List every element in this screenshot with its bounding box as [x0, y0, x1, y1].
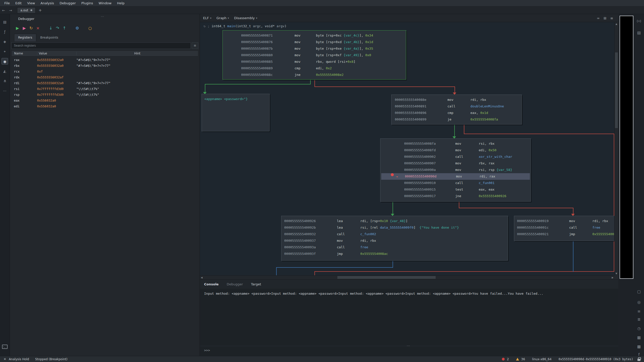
stack-icon[interactable]: ▤: [634, 31, 644, 35]
restart-button[interactable]: ↻: [28, 26, 35, 31]
instruction-line[interactable]: 0000555555400919movrdi, rbx: [514, 218, 614, 224]
instruction-line[interactable]: 0000555555400907movrbx, rax: [380, 160, 531, 167]
register-value[interactable]: 0x556032a0: [37, 99, 76, 102]
register-row-rsp[interactable]: rsp0x7fffffffd3d0"\\t5#\\t7%": [11, 92, 198, 98]
menu-plugins[interactable]: Plugins: [79, 0, 96, 6]
continue-until-button[interactable]: ▶: [21, 26, 28, 31]
menu-edit[interactable]: Edit: [13, 0, 24, 6]
console-prompt-row[interactable]: ⋯ >>>: [200, 346, 618, 356]
block-400871[interactable]: 0000555555400871movbyte [rsp+0xc {var_4c…: [222, 30, 406, 80]
scroll-down-icon[interactable]: ▼: [615, 272, 618, 275]
instruction-line[interactable]: 0000555555400896cmpeax, 0x1d: [392, 110, 522, 116]
seek-icon[interactable]: ⌖: [2, 48, 8, 55]
register-row-edi[interactable]: edi0x556032a0: [11, 103, 198, 109]
instruction-line[interactable]: 0000555555400910callc_fun001: [380, 180, 531, 186]
step-out-button[interactable]: ↑: [61, 26, 68, 31]
console-tab-console[interactable]: Console: [204, 282, 219, 286]
scroll-up-icon[interactable]: ▲: [615, 23, 618, 25]
instruction-line[interactable]: 0000555555400902callxor_str_with_char: [380, 154, 531, 160]
instruction-line[interactable]: 000055555540093fjmp0x5555554008ac: [281, 251, 508, 257]
register-row-rcx[interactable]: rcx0xf: [11, 69, 198, 74]
scroll-thumb[interactable]: [337, 276, 436, 279]
instruction-line[interactable]: 000055555540091ccallfree: [514, 224, 614, 231]
register-value[interactable]: 0x5555556032af: [37, 75, 76, 79]
instruction-line[interactable]: 0000555555400926leardi, [rsp+0x10 {var_4…: [281, 218, 508, 224]
console-output[interactable]: Input method: <appname> <password>Input …: [200, 289, 618, 346]
register-value[interactable]: 0x5555556032a0: [37, 81, 76, 85]
analysis-close-icon[interactable]: ✕: [4, 357, 6, 361]
layout-icon[interactable]: ⊞: [604, 16, 607, 20]
search-icon[interactable]: ◎: [634, 300, 644, 305]
splitter-handle[interactable]: ⋯: [101, 15, 105, 18]
instruction-line[interactable]: 00005555554008fdmovedi, 0x50: [380, 147, 531, 154]
instruction-line[interactable]: 000055555540087bmovbyte [rsp+0xe {var_4a…: [223, 45, 406, 52]
console-tab-target[interactable]: Target: [251, 282, 261, 286]
error-badge-icon[interactable]: [502, 358, 505, 360]
splitter-handle[interactable]: ⋯: [407, 344, 410, 348]
debugger-icon[interactable]: ◉: [2, 58, 8, 65]
tab-registers[interactable]: Registers: [14, 34, 36, 41]
analysis-icon[interactable]: ◭: [2, 68, 8, 74]
instruction-line[interactable]: 0000555555400885movrbx, qword [rsi+0x8]: [223, 58, 406, 65]
instruction-line[interactable]: 000055555540088emovrdi, rbx: [392, 97, 522, 103]
menu-file[interactable]: File: [2, 0, 13, 6]
column-header-hint[interactable]: Hint: [77, 52, 198, 55]
link-icon[interactable]: ∞: [597, 16, 600, 20]
write-lock-icon[interactable]: [637, 359, 640, 361]
tab-aout[interactable]: a.out: [17, 7, 36, 13]
instruction-line[interactable]: 0000555555400871movbyte [rsp+0xc {var_4c…: [223, 32, 406, 39]
console-prompt[interactable]: >>>: [204, 348, 210, 352]
instruction-line[interactable]: 00005555554008famovrsi, rbx: [380, 140, 531, 147]
register-value[interactable]: 0x556032a0: [37, 104, 76, 108]
instruction-line[interactable]: 0000555555400899je0x5555554008fa: [392, 116, 522, 123]
instruction-line[interactable]: 0000555555400932callc_fun002: [281, 231, 508, 237]
register-row-rbx[interactable]: rbx0x5555556032a0"#?=5#$\"9>7<?>77": [11, 63, 198, 69]
register-row-rdx[interactable]: rdx0x5555556032af: [11, 74, 198, 80]
step-into-button[interactable]: ↓: [47, 26, 54, 31]
debug-settings-button[interactable]: ⚙: [74, 26, 81, 31]
more-icon[interactable]: ⋯: [2, 87, 8, 94]
console-tab-debugger[interactable]: Debugger: [227, 282, 243, 286]
graph-menu-disassembly[interactable]: Disassembly▾: [234, 16, 257, 20]
block-40088e[interactable]: 000055555540088emovrdi, rbx0000555555400…: [391, 95, 522, 125]
instruction-line[interactable]: →000055555540090dmovrdi, rax: [381, 173, 530, 180]
terminal-icon[interactable]: ›_: [2, 345, 8, 349]
comments-icon[interactable]: ▢: [634, 289, 644, 294]
instruction-line[interactable]: 0000555555400876movbyte [rsp+0xd {var_4b…: [223, 39, 406, 45]
register-value[interactable]: 0xf: [37, 70, 76, 73]
tab-close-icon[interactable]: [30, 9, 32, 11]
graph-vertical-scrollbar[interactable]: ▲ ▼: [614, 22, 618, 275]
instruction-line[interactable]: 0000555555400891calldoubleLenMinusOne: [392, 103, 522, 110]
column-header-name[interactable]: Name: [12, 52, 37, 55]
stop-button[interactable]: ×: [35, 26, 41, 31]
instruction-line[interactable]: 0000555555400917jne0x555555400926: [380, 193, 531, 199]
register-row-eax[interactable]: eax0x556032a0: [11, 98, 198, 103]
breakpoint-icon[interactable]: [391, 173, 394, 176]
strings-icon[interactable]: ≡: [634, 309, 644, 314]
recent-icon[interactable]: ◷: [634, 326, 644, 331]
register-value[interactable]: 0x7fffffffd3d0: [37, 87, 76, 91]
instruction-line[interactable]: 0000555555400889cmpedi, 0x2: [223, 65, 406, 72]
nav-back-button[interactable]: ←: [0, 8, 7, 12]
register-row-rdi[interactable]: rdi0x5555556032a0"#?=5#$\"9>7<?>77": [11, 80, 198, 86]
warning-icon[interactable]: [516, 358, 519, 360]
step-over-button[interactable]: ↷: [54, 26, 61, 31]
menu-icon[interactable]: ≡: [610, 16, 613, 20]
scroll-right-icon[interactable]: ▶: [612, 276, 614, 279]
menu-window[interactable]: Window: [96, 0, 114, 6]
graph-overview-minimap[interactable]: [620, 16, 633, 279]
block-4008fa[interactable]: 00005555554008famovrsi, rbx0000555555400…: [380, 138, 531, 202]
functions-icon[interactable]: ƒ: [2, 28, 8, 35]
search-options-button[interactable]: ≡: [192, 42, 198, 49]
overview-icon[interactable]: ▤: [2, 19, 8, 25]
block-string[interactable]: <appname> <password>"}: [202, 94, 270, 131]
column-header-value[interactable]: Value: [37, 52, 77, 55]
flags-icon[interactable]: ◈: [2, 38, 8, 45]
graph-canvas[interactable]: ↻; int64_t main(int32_t argc, void* argv…: [200, 22, 614, 275]
tab-breakpoints[interactable]: Breakpoints: [36, 34, 62, 41]
graph-horizontal-scrollbar[interactable]: ◀ ▶: [200, 275, 614, 279]
menu-help[interactable]: Help: [114, 0, 127, 6]
instruction-line[interactable]: 0000555555400937movrdi, rbx: [281, 237, 508, 244]
block-400919[interactable]: 0000555555400919movrdi, rbx0000555555400…: [514, 216, 614, 241]
graph-menu-graph[interactable]: Graph▾: [216, 16, 229, 20]
